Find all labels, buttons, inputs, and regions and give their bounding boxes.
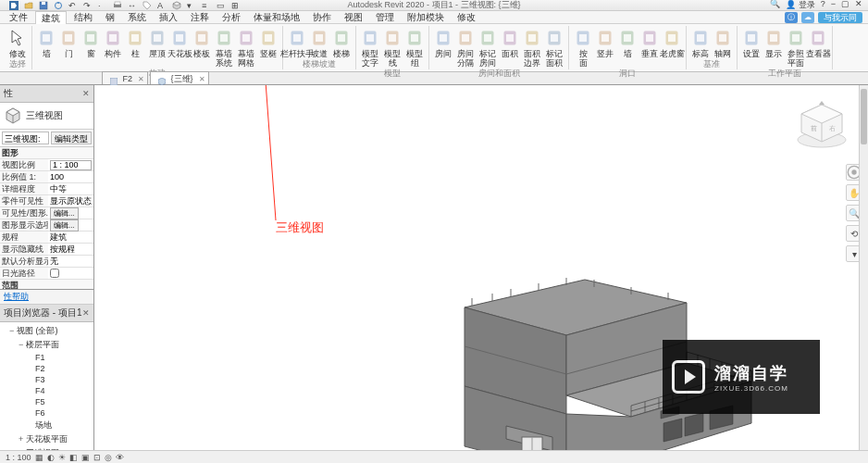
ribbon-btn-4-4[interactable]: 面积边界 — [522, 26, 542, 68]
properties-help-link[interactable]: 性帮助 — [0, 290, 93, 305]
tab-addins[interactable]: 附加模块 — [402, 11, 450, 24]
prop-row[interactable]: 详细程度中等 — [0, 183, 93, 195]
ribbon-btn-1-0[interactable]: 墙 — [36, 26, 56, 68]
3d-canvas[interactable]: 三维视图 — [94, 85, 868, 463]
prop-row[interactable]: 比例值 1:100 — [0, 171, 93, 183]
tag-icon[interactable] — [143, 1, 152, 10]
save-icon[interactable] — [39, 1, 48, 10]
sb-style-icon[interactable]: ◐ — [47, 453, 55, 462]
ribbon-btn-5-0[interactable]: 按面 — [573, 26, 593, 68]
vertical-scrollbar[interactable] — [859, 85, 868, 450]
prop-row[interactable]: 图形显示选项编辑... — [0, 219, 93, 232]
tree-item[interactable]: −楼层平面 — [2, 338, 92, 352]
user-icon[interactable]: 👤 登录 — [786, 0, 815, 11]
ribbon-btn-1-5[interactable]: 屋顶 — [147, 26, 167, 68]
ribbon-btn-1-7[interactable]: 楼板 — [192, 26, 212, 68]
ribbon-btn-2-1[interactable]: 坡道 — [309, 26, 329, 58]
ribbon-btn-3-1[interactable]: 模型线 — [382, 26, 403, 68]
prop-row[interactable]: 显示隐藏线按规程 — [0, 244, 93, 256]
prop-row[interactable]: 图形 — [0, 147, 93, 159]
tab-manage[interactable]: 管理 — [370, 11, 400, 24]
instance-dropdown[interactable]: 三维视图: {三维} — [2, 131, 49, 144]
ribbon-btn-7-0[interactable]: 设置 — [741, 26, 762, 68]
ribbon-btn-1-4[interactable]: 柱 — [125, 26, 145, 68]
ribbon-btn-7-1[interactable]: 显示 — [763, 26, 784, 68]
prop-row[interactable]: 规程建筑 — [0, 232, 93, 244]
ribbon-btn-7-2[interactable]: 参照平面 — [786, 26, 806, 68]
tab-annotate[interactable]: 注释 — [185, 11, 215, 24]
tree-item[interactable]: F6 — [2, 407, 92, 419]
tree-item[interactable]: 场地 — [2, 419, 92, 432]
help-icon[interactable]: ? — [821, 0, 825, 11]
sb-hide-icon[interactable]: ◎ — [105, 453, 112, 462]
prop-row[interactable]: 视图比例 — [0, 159, 93, 171]
tree-item[interactable]: F1 — [2, 352, 92, 363]
tab-collab[interactable]: 协作 — [307, 11, 337, 24]
measure-icon[interactable]: ↔ — [128, 1, 137, 10]
section-icon[interactable]: ▾ — [187, 1, 196, 10]
info-icon[interactable]: ⓘ — [785, 12, 798, 23]
close-icon[interactable]: ✕ — [82, 89, 90, 98]
ribbon-btn-5-3[interactable]: 垂直 — [639, 26, 660, 68]
tab-file[interactable]: 文件 — [4, 11, 33, 24]
print-icon[interactable] — [113, 1, 122, 10]
ribbon-btn-3-2[interactable]: 模型组 — [404, 26, 425, 68]
thin-lines-icon[interactable]: ≡ — [202, 1, 211, 10]
3d-home-icon[interactable] — [172, 1, 181, 10]
prop-row[interactable]: 默认分析显示...无 — [0, 256, 93, 268]
viewtab-3d[interactable]: {三维} ✕ — [150, 71, 209, 84]
sb-reveal-icon[interactable]: 👁 — [116, 453, 124, 462]
tree-item[interactable]: −视图 (全部) — [2, 324, 92, 338]
collab-indicator[interactable]: 与我示同 — [818, 12, 862, 23]
sb-sun-icon[interactable]: ☀ — [58, 453, 66, 462]
prop-row[interactable]: 零件可见性显示原状态 — [0, 195, 93, 207]
viewtab-f2[interactable]: F2 ✕ — [102, 71, 148, 84]
tree-item[interactable]: +天花板平面 — [2, 432, 92, 446]
expand-icon[interactable]: − — [19, 340, 26, 349]
scrollbar-thumb[interactable] — [861, 89, 867, 144]
minimize-icon[interactable]: − — [831, 0, 836, 11]
ribbon-btn-1-8[interactable]: 幕墙系统 — [214, 26, 234, 68]
ribbon-btn-6-1[interactable]: 轴网 — [713, 26, 733, 58]
ribbon-btn-4-1[interactable]: 房间分隔 — [455, 26, 476, 68]
sb-render-icon[interactable]: ▣ — [81, 453, 90, 462]
tree-item[interactable]: F5 — [2, 396, 92, 407]
tab-view[interactable]: 视图 — [339, 11, 368, 24]
properties-panel-header[interactable]: 性 ✕ — [0, 85, 93, 103]
ribbon-btn-4-5[interactable]: 标记面积 — [544, 26, 564, 68]
ribbon-btn-5-1[interactable]: 竖井 — [595, 26, 615, 68]
browser-panel-header[interactable]: 项目浏览器 - 项目1 ✕ — [0, 305, 93, 322]
close-icon[interactable]: ✕ — [855, 0, 862, 11]
modify-button[interactable]: 修改 — [7, 26, 28, 58]
tree-item[interactable]: F4 — [2, 385, 92, 396]
prop-row[interactable]: 范围 — [0, 280, 93, 290]
tab-massing[interactable]: 体量和场地 — [248, 11, 305, 24]
ribbon-btn-2-0[interactable]: 栏杆扶手 — [287, 26, 307, 58]
open-icon[interactable] — [24, 1, 33, 10]
prop-input[interactable] — [50, 160, 92, 170]
ribbon-btn-5-4[interactable]: 老虎窗 — [662, 26, 682, 68]
edit-type-button[interactable]: 编辑类型 — [51, 131, 92, 144]
tab-system[interactable]: 系统 — [122, 11, 152, 24]
close-icon[interactable]: ✕ — [82, 308, 90, 318]
search-icon[interactable]: 🔍 — [770, 0, 780, 11]
ribbon-btn-4-2[interactable]: 标记房间 — [477, 26, 498, 68]
sync-icon[interactable] — [54, 1, 63, 10]
prop-row[interactable]: 日光路径 — [0, 268, 93, 280]
redo-icon[interactable]: ↷ — [83, 1, 93, 10]
expand-icon[interactable]: − — [9, 326, 17, 335]
ribbon-btn-6-0[interactable]: 标高 — [690, 26, 711, 58]
maximize-icon[interactable]: ▢ — [841, 0, 849, 11]
close-tab-icon[interactable]: ✕ — [138, 73, 144, 86]
cloud-icon[interactable]: ☁ — [801, 12, 814, 23]
prop-edit-btn[interactable]: 编辑... — [50, 207, 79, 219]
tab-arch[interactable]: 建筑 — [35, 11, 67, 24]
ribbon-btn-4-0[interactable]: 房间 — [433, 26, 453, 68]
ribbon-btn-1-1[interactable]: 门 — [58, 26, 79, 68]
close-tab-icon[interactable]: ✕ — [199, 73, 205, 86]
sb-shadow-icon[interactable]: ◧ — [69, 453, 78, 462]
ribbon-btn-1-2[interactable]: 窗 — [81, 26, 101, 68]
ribbon-btn-4-3[interactable]: 面积 — [500, 26, 520, 68]
text-icon[interactable]: A — [157, 1, 167, 10]
properties-type-selector[interactable]: 三维视图 — [0, 103, 93, 130]
